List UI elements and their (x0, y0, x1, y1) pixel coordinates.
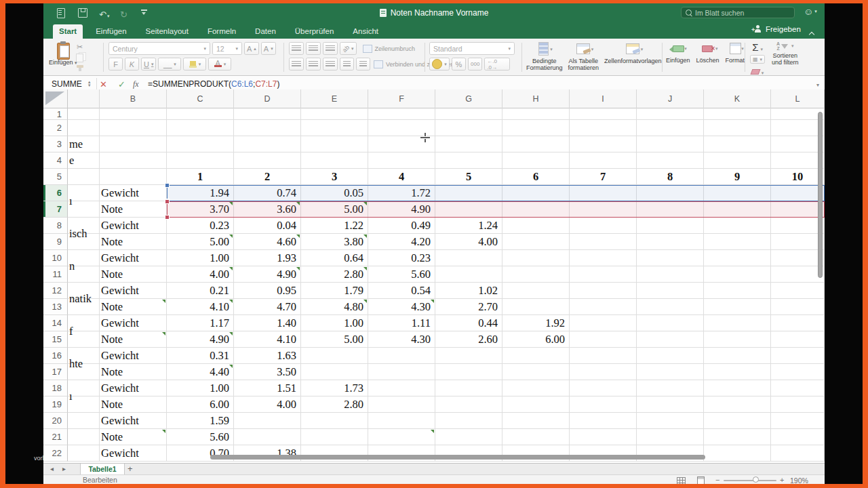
cell[interactable] (435, 108, 502, 120)
cell[interactable] (704, 445, 771, 462)
cell[interactable] (301, 136, 368, 152)
cell[interactable] (435, 266, 502, 283)
cell[interactable]: 1.22 (301, 218, 368, 234)
cell[interactable]: 0.49 (368, 218, 435, 234)
grow-font-button[interactable]: A▴ (244, 42, 259, 55)
cell[interactable] (502, 136, 570, 152)
cell[interactable] (301, 348, 368, 364)
cell[interactable] (502, 185, 570, 201)
cell[interactable]: Gewicht (100, 218, 167, 234)
cell[interactable] (68, 331, 100, 348)
cell[interactable] (68, 201, 100, 218)
cell[interactable]: 4.90 (167, 331, 234, 348)
cell[interactable]: 0.23 (368, 250, 435, 266)
cell[interactable] (68, 120, 100, 136)
cell[interactable] (167, 108, 234, 120)
selection-handle[interactable] (165, 215, 170, 220)
cell[interactable] (570, 218, 637, 234)
column-header-K[interactable]: K (704, 89, 771, 108)
cell[interactable] (100, 136, 167, 152)
zoom-slider-knob[interactable] (753, 476, 759, 483)
align-right-button[interactable] (323, 58, 338, 70)
cell[interactable]: 4.00 (435, 234, 502, 250)
cell[interactable]: 3 (301, 169, 368, 185)
row-header-14[interactable]: 14 (43, 315, 68, 331)
tab-einfügen[interactable]: Einfügen (90, 24, 132, 39)
cell[interactable]: 0.23 (167, 218, 234, 234)
cell[interactable]: Gewicht (100, 185, 167, 201)
cell[interactable]: 6.00 (167, 396, 234, 413)
collapse-ribbon-icon[interactable] (810, 27, 814, 39)
cell[interactable]: Gewicht (100, 315, 167, 331)
cell[interactable] (301, 120, 368, 136)
column-header-E[interactable]: E (301, 89, 368, 108)
decimal-buttons[interactable]: ←.0 .0→ (484, 58, 510, 70)
cell[interactable] (68, 445, 100, 462)
cell[interactable] (570, 413, 637, 429)
cell[interactable] (435, 429, 502, 445)
cell[interactable]: 4.80 (301, 299, 368, 315)
bold-button[interactable]: F (108, 58, 123, 70)
cell[interactable]: 1.93 (234, 250, 301, 266)
font-size-select[interactable]: 12▾ (212, 42, 242, 55)
cell[interactable]: 1.00 (167, 250, 234, 266)
cell[interactable] (704, 266, 771, 283)
cell[interactable] (704, 201, 771, 218)
cell[interactable] (502, 120, 570, 136)
row-header-18[interactable]: 18 (43, 380, 68, 396)
cell[interactable] (68, 413, 100, 429)
column-header-F[interactable]: F (368, 89, 435, 108)
cell[interactable] (771, 108, 825, 120)
column-header-D[interactable]: D (234, 89, 301, 108)
cell[interactable]: Note (100, 364, 167, 380)
cell[interactable] (435, 364, 502, 380)
cell[interactable]: 0.95 (234, 283, 301, 299)
cell[interactable] (637, 185, 704, 201)
cell[interactable] (368, 364, 435, 380)
cell[interactable]: 0.05 (301, 185, 368, 201)
cell[interactable] (637, 429, 704, 445)
cell[interactable] (570, 429, 637, 445)
cell[interactable] (704, 315, 771, 331)
row-header-4[interactable]: 4 (43, 152, 68, 169)
cell[interactable]: 4.40 (167, 364, 234, 380)
cell[interactable]: Gewicht (100, 380, 167, 396)
cell[interactable] (68, 266, 100, 283)
cell[interactable]: Gewicht (100, 250, 167, 266)
decrease-indent-button[interactable] (340, 58, 354, 70)
cell[interactable] (301, 108, 368, 120)
cell[interactable] (704, 152, 771, 169)
tab-daten[interactable]: Daten (249, 24, 282, 39)
align-bottom-button[interactable] (323, 42, 338, 55)
column-header-H[interactable]: H (502, 89, 570, 108)
horizontal-scrollbar[interactable] (210, 455, 705, 460)
cell[interactable] (502, 218, 570, 234)
share-button[interactable]: + Freigeben (754, 25, 801, 33)
align-center-button[interactable] (306, 58, 321, 70)
cell[interactable] (570, 120, 637, 136)
cell[interactable] (100, 120, 167, 136)
cell[interactable]: 1.94 (167, 185, 234, 201)
cell[interactable]: 1.00 (167, 380, 234, 396)
cell[interactable]: Note (100, 396, 167, 413)
cell[interactable]: Note (100, 299, 167, 315)
cell[interactable] (570, 266, 637, 283)
cell[interactable]: 1.11 (368, 315, 435, 331)
cell[interactable] (637, 364, 704, 380)
zoom-slider-track[interactable] (724, 480, 776, 481)
column-header-C[interactable]: C (167, 89, 234, 108)
cell[interactable]: 5.00 (301, 201, 368, 218)
cell[interactable]: 4.10 (167, 299, 234, 315)
cell[interactable] (637, 315, 704, 331)
cell[interactable]: 0.54 (368, 283, 435, 299)
cell[interactable] (637, 234, 704, 250)
cell[interactable] (771, 185, 825, 201)
cell[interactable] (637, 396, 704, 413)
cell[interactable] (771, 201, 825, 218)
cell[interactable] (704, 364, 771, 380)
cell[interactable]: Gewicht (100, 413, 167, 429)
prev-sheet-icon[interactable]: ◂ (50, 465, 54, 472)
column-header-G[interactable]: G (435, 89, 502, 108)
row-header-3[interactable]: 3 (43, 136, 68, 152)
insert-cells-button[interactable]: ▾ Einfügen (666, 41, 690, 64)
